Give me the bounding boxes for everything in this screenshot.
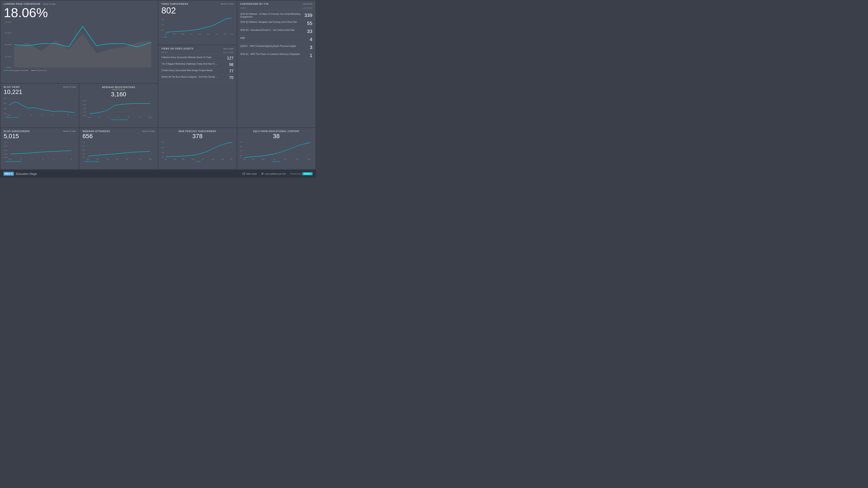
svg-text:4,900: 4,900 — [4, 153, 8, 155]
svg-text:Aug: Aug — [308, 158, 310, 160]
bottom-bar-left: MAX G Education Stage — [3, 172, 37, 176]
svg-text:Jul: Jul — [202, 158, 204, 160]
svg-text:May: May — [181, 33, 184, 35]
cta-row-3: ABM 4 — [240, 36, 312, 43]
svg-text:6: 6 — [20, 114, 21, 116]
cta-row-2: 2018 Q3 - Educational Email #1 - Use Sci… — [240, 28, 312, 36]
views-row-1: The 6 Biggest Marketing Challenges Today… — [161, 62, 234, 68]
svg-text:May: May — [262, 158, 265, 160]
views-value-3: 70 — [226, 75, 234, 80]
svg-text:300: 300 — [4, 108, 6, 109]
podcast-title: NEW PODCAST SUBSCRIBERS — [179, 130, 216, 132]
sqls-chart: 40 30 20 10 0 Jan Mar May Jul Sep Nov Au… — [240, 140, 312, 160]
svg-text:40.00%: 40.00% — [5, 21, 12, 23]
landing-value: 18.06% — [4, 6, 155, 20]
cta-value-0: 339 — [304, 12, 312, 18]
blog-subs-title: BLOG SUBSCRIBERS — [4, 130, 30, 132]
powered-by-label: Powered by — [290, 173, 302, 175]
svg-text:Jul: Jul — [190, 33, 192, 35]
svg-text:5,000: 5,000 — [4, 150, 8, 151]
svg-text:May: May — [192, 158, 194, 160]
svg-text:Feb: Feb — [173, 158, 176, 160]
bottom-bar: MAX G Education Stage Date range Last up… — [0, 170, 316, 177]
svg-text:675: 675 — [83, 145, 85, 147]
svg-text:Aug 1: Aug 1 — [7, 114, 11, 116]
svg-text:Jan: Jan — [106, 158, 109, 160]
svg-text:17: 17 — [52, 114, 54, 116]
cta-label-1: 2018 Q3 Webinar: Navigate Lead Scoring L… — [240, 21, 304, 24]
svg-text:Nov: Nov — [87, 158, 89, 160]
blog-subs-value: 5,015 — [4, 133, 76, 140]
svg-text:0: 0 — [240, 157, 241, 159]
svg-text:Aug 1: Aug 1 — [8, 158, 12, 160]
cta-label-5: 2018 Q1 - NRO The Power of Customer Advo… — [240, 53, 304, 56]
svg-text:300: 300 — [161, 147, 164, 148]
blog-subs-chart: 5,200 5,100 5,000 4,900 4,800 Aug 1 5 9 … — [4, 140, 76, 160]
webinar-registrations-panel: WEBINAR REGISTRATIONS Month To Date 3,16… — [80, 84, 158, 127]
cta-rows: 2018 Q3 Webinar - 10 Ways To Increase Yo… — [240, 11, 312, 60]
svg-text:6: 6 — [118, 117, 119, 118]
cta-value-1: 55 — [304, 21, 312, 26]
cta-value-3: 4 — [304, 37, 312, 42]
sqls-title: SQLS FROM EDUCATIONAL CONTENT — [253, 130, 300, 132]
last-updated: Last updated just now — [261, 172, 286, 175]
webinar-att-title: WEBINAR ATTENDEES — [83, 130, 110, 132]
svg-text:30: 30 — [240, 146, 242, 147]
cta-panel: CONVERSIONS BY CTA Last Month Metrics La… — [237, 1, 315, 127]
svg-text:4,800: 4,800 — [4, 157, 8, 158]
svg-text:3,000: 3,000 — [83, 115, 86, 116]
svg-text:Nov: Nov — [296, 158, 299, 160]
podcast-chart: 400 300 200 100 Jan Feb Mar May Jul Sep … — [161, 140, 234, 160]
svg-text:20: 20 — [67, 114, 69, 116]
svg-text:Aug: Aug — [230, 33, 233, 35]
date-range-label: Date range — [246, 173, 257, 175]
cta-col-metrics: Metrics — [240, 7, 247, 9]
svg-text:20: 20 — [70, 158, 72, 160]
svg-text:Sep: Sep — [211, 158, 214, 160]
svg-text:Mar: Mar — [224, 33, 226, 35]
calendar-icon — [243, 172, 245, 175]
svg-text:600: 600 — [4, 98, 6, 99]
svg-text:Apr: Apr — [126, 158, 129, 160]
video-subs-subtitle: Month To Date — [221, 3, 233, 5]
legend-previous: Previous (Jul) — [36, 69, 46, 71]
svg-text:500: 500 — [4, 103, 6, 104]
svg-text:Dec: Dec — [230, 158, 233, 160]
date-range-button[interactable]: Date range — [243, 172, 257, 175]
svg-text:205: 205 — [161, 30, 164, 31]
views-rows: 6 Metrics Every Successful Website Needs… — [161, 55, 234, 81]
last-updated-label: Last updated just now — [265, 173, 286, 175]
cta-label-2: 2018 Q3 - Educational Email #1 - Use Sci… — [240, 29, 304, 31]
cta-label-3: ABM — [240, 37, 304, 39]
webinar-reg-title: WEBINAR REGISTRATIONS — [102, 86, 135, 89]
svg-text:15: 15 — [41, 114, 43, 116]
views-value-0: 127 — [226, 56, 234, 61]
svg-text:11: 11 — [30, 114, 32, 116]
svg-text:200: 200 — [161, 152, 164, 153]
svg-text:Nov: Nov — [221, 158, 224, 160]
webinar-reg-chart: 3,200 3,150 3,100 3,050 3,000 Jul 21 25 … — [83, 99, 155, 118]
blog-views-chart: 600 500 300 100 Aug 1 6 11 15 17 20 — [4, 96, 76, 116]
cta-label-0: 2018 Q3 Webinar - 10 Ways To Increase Yo… — [240, 12, 304, 18]
svg-text:20.00%: 20.00% — [5, 43, 12, 46]
svg-text:10: 10 — [128, 117, 129, 118]
views-label-3: What's All The Buzz About Instagram - An… — [161, 75, 226, 78]
svg-text:Mar: Mar — [182, 158, 185, 160]
video-views-subtitle: Year to date — [223, 48, 234, 50]
webinar-att-chart: 700 675 650 625 600 Nov Dec Jan Feb Apr … — [83, 140, 155, 160]
blog-views-value: 10,221 — [4, 89, 76, 95]
webinar-attendees-panel: WEBINAR ATTENDEES Month To Date 656 700 … — [80, 128, 158, 169]
svg-text:20: 20 — [240, 150, 242, 152]
svg-text:100: 100 — [4, 113, 6, 114]
bottom-bar-right: Date range Last updated just now Powered… — [243, 172, 313, 175]
cta-label-4: Q22017 - NRO Checklist Applying Buyer Pe… — [240, 45, 304, 47]
svg-text:Mar: Mar — [173, 33, 175, 35]
webinar-reg-subtitle: Month To Date — [112, 89, 125, 91]
views-label-0: 6 Metrics Every Successful Website Needs… — [161, 56, 226, 59]
cta-value-5: 1 — [304, 53, 312, 58]
svg-text:2: 2 — [108, 117, 109, 118]
webinar-att-value: 656 — [83, 133, 155, 140]
svg-text:5: 5 — [21, 158, 22, 160]
svg-text:3,200: 3,200 — [83, 100, 86, 101]
views-label-1: The 6 Biggest Marketing Challenges Today… — [161, 62, 226, 65]
